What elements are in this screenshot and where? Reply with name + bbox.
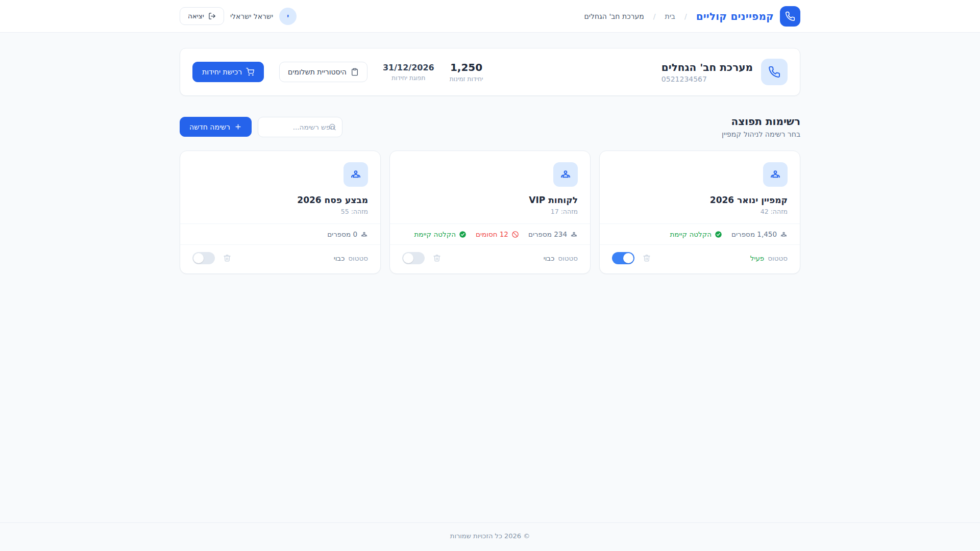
account-identity: מערכת חב' הגחלים 0521234567 <box>662 59 788 85</box>
status-value: כבוי <box>334 254 345 262</box>
list-id: מזהה: 17 <box>402 208 578 215</box>
status-line: סטטוס פעיל <box>750 254 788 262</box>
search-list-wrap <box>258 117 342 137</box>
system-phone-number: 0521234567 <box>662 75 753 83</box>
breadcrumb-separator: / <box>653 12 656 20</box>
payment-history-button[interactable]: היסטוריית תשלומים <box>279 62 368 82</box>
avatar: י <box>279 8 297 25</box>
units-expiry-label: תפוגת יחידות <box>383 74 434 82</box>
page-footer: © 2026 כל הזכויות שמורות <box>0 522 980 551</box>
trash-icon[interactable] <box>643 254 651 262</box>
numbers-count: 234 מספרים <box>528 230 567 238</box>
group-icon-badge <box>344 162 368 187</box>
group-icon-badge <box>553 162 578 187</box>
breadcrumb-home-link[interactable]: בית <box>665 12 675 20</box>
group-icon <box>360 231 368 238</box>
user-name: ישראל ישראלי <box>230 12 273 20</box>
status-label: סטטוס <box>558 254 578 262</box>
numbers-count: 0 מספרים <box>327 230 357 238</box>
check-circle-icon <box>715 231 722 238</box>
app-logo[interactable] <box>780 6 800 27</box>
check-circle-icon <box>459 231 467 238</box>
blocked-icon <box>511 231 519 238</box>
status-value: כבוי <box>544 254 555 262</box>
search-list-input[interactable] <box>258 117 342 137</box>
status-toggle[interactable] <box>192 252 215 264</box>
payment-history-label: היסטוריית תשלומים <box>288 68 347 76</box>
status-line: סטטוס כבוי <box>334 254 368 262</box>
blocked-label: 12 חסומים <box>476 230 508 238</box>
list-title: קמפיין ינואר 2026 <box>612 195 788 205</box>
list-card[interactable]: קמפיין ינואר 2026 מזהה: 42 1,450 מספרים <box>599 151 800 274</box>
recording-label: הקלטה קיימת <box>414 230 456 238</box>
breadcrumb-separator: / <box>684 12 687 20</box>
units-expiry-value: 31/12/2026 <box>383 63 434 72</box>
system-name: מערכת חב' הגחלים <box>662 61 753 73</box>
breadcrumb-current: מערכת חב' הגחלים <box>584 12 644 20</box>
list-id: מזהה: 55 <box>192 208 368 215</box>
account-summary-card: מערכת חב' הגחלים 0521234567 1,250 יחידות… <box>180 48 800 96</box>
list-title: לקוחות VIP <box>402 195 578 205</box>
lists-subtitle: בחר רשימה לניהול קמפיין <box>722 130 800 138</box>
status-line: סטטוס כבוי <box>544 254 578 262</box>
available-units-value: 1,250 <box>450 61 483 73</box>
top-bar: קמפיינים קוליים / בית / מערכת חב' הגחלים… <box>0 0 980 33</box>
account-actions: 1,250 יחידות זמינות 31/12/2026 תפוגת יחי… <box>192 61 483 83</box>
phone-icon <box>768 66 780 78</box>
new-list-label: רשימה חדשה <box>189 123 230 131</box>
purchase-units-button[interactable]: רכישת יחידות <box>192 62 264 82</box>
numbers-stat: 0 מספרים <box>327 230 368 238</box>
plus-icon <box>234 123 242 131</box>
new-list-button[interactable]: רשימה חדשה <box>180 117 252 137</box>
group-icon <box>780 231 788 238</box>
status-label: סטטוס <box>348 254 368 262</box>
purchase-units-label: רכישת יחידות <box>202 68 242 76</box>
list-id: מזהה: 42 <box>612 208 788 215</box>
account-phone-badge <box>761 59 788 85</box>
lists-grid: קמפיין ינואר 2026 מזהה: 42 1,450 מספרים <box>180 151 800 274</box>
status-toggle[interactable] <box>612 252 634 264</box>
group-icon-badge <box>763 162 788 187</box>
trash-icon[interactable] <box>433 254 441 262</box>
trash-icon[interactable] <box>223 254 231 262</box>
user-box: י ישראל ישראלי יציאה <box>180 7 297 25</box>
recording-label: הקלטה קיימת <box>670 230 712 238</box>
app-title: קמפיינים קוליים <box>696 10 774 22</box>
brand-breadcrumb-group: קמפיינים קוליים / בית / מערכת חב' הגחלים <box>584 6 800 27</box>
lists-title: רשימות תפוצה <box>722 115 800 128</box>
status-toggle[interactable] <box>402 252 425 264</box>
logout-label: יציאה <box>188 13 204 20</box>
blocked-stat: 12 חסומים <box>476 230 519 238</box>
copyright-text: © 2026 כל הזכויות שמורות <box>450 532 530 540</box>
phone-icon <box>785 11 795 21</box>
list-title: מבצע פסח 2026 <box>192 195 368 205</box>
available-units-label: יחידות זמינות <box>450 76 483 83</box>
logout-button[interactable]: יציאה <box>180 7 224 25</box>
recording-stat: הקלטה קיימת <box>414 230 467 238</box>
clipboard-icon <box>351 68 359 76</box>
lists-section-header: רשימות תפוצה בחר רשימה לניהול קמפיין רשי… <box>180 115 800 138</box>
list-card[interactable]: מבצע פסח 2026 מזהה: 55 0 מספרים סטטוס כב… <box>180 151 381 274</box>
numbers-stat: 234 מספרים <box>528 230 578 238</box>
numbers-stat: 1,450 מספרים <box>731 230 788 238</box>
group-icon <box>570 231 578 238</box>
available-units-metric: 1,250 יחידות זמינות <box>450 61 483 83</box>
numbers-count: 1,450 מספרים <box>731 230 777 238</box>
status-value: פעיל <box>750 254 765 262</box>
list-card[interactable]: לקוחות VIP מזהה: 17 234 מספרים 12 <box>389 151 591 274</box>
cart-icon <box>246 68 254 76</box>
recording-stat: הקלטה קיימת <box>670 230 723 238</box>
units-expiry-metric: 31/12/2026 תפוגת יחידות <box>383 63 434 82</box>
status-label: סטטוס <box>768 254 788 262</box>
avatar-initial: י <box>287 12 289 20</box>
logout-icon <box>208 12 216 20</box>
